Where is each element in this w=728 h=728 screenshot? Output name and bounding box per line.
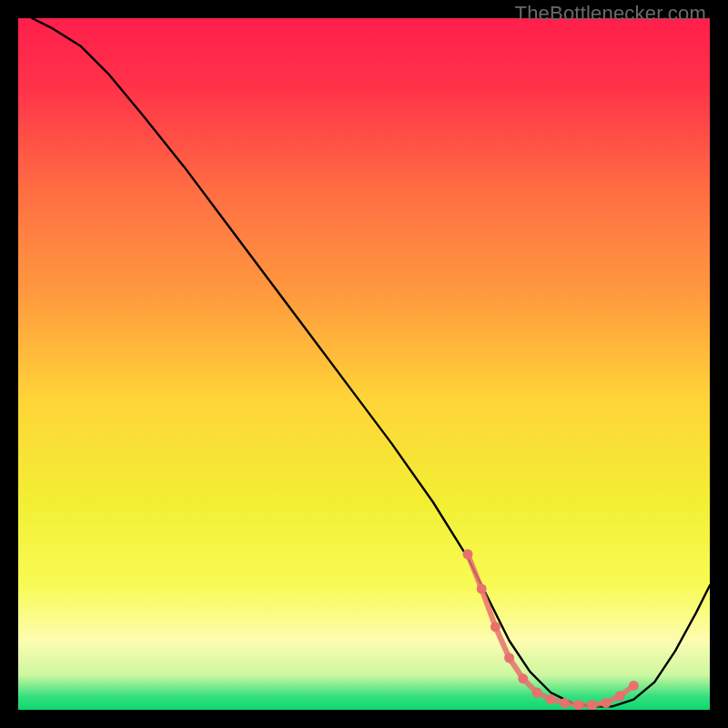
svg-point-12: [629, 681, 639, 691]
svg-point-8: [573, 700, 583, 710]
svg-point-11: [615, 691, 625, 701]
watermark-text: TheBottlenecker.com: [515, 2, 706, 25]
svg-point-7: [560, 698, 570, 708]
svg-point-4: [518, 673, 528, 683]
chart-frame: [18, 18, 710, 710]
bottleneck-chart: [18, 18, 710, 710]
svg-point-9: [587, 700, 597, 710]
svg-point-3: [504, 653, 514, 663]
gradient-background: [18, 18, 710, 710]
svg-point-6: [546, 694, 556, 704]
svg-point-10: [602, 698, 612, 708]
svg-point-0: [463, 550, 473, 560]
svg-point-5: [532, 688, 542, 698]
svg-point-2: [490, 622, 500, 632]
svg-point-1: [477, 584, 487, 594]
